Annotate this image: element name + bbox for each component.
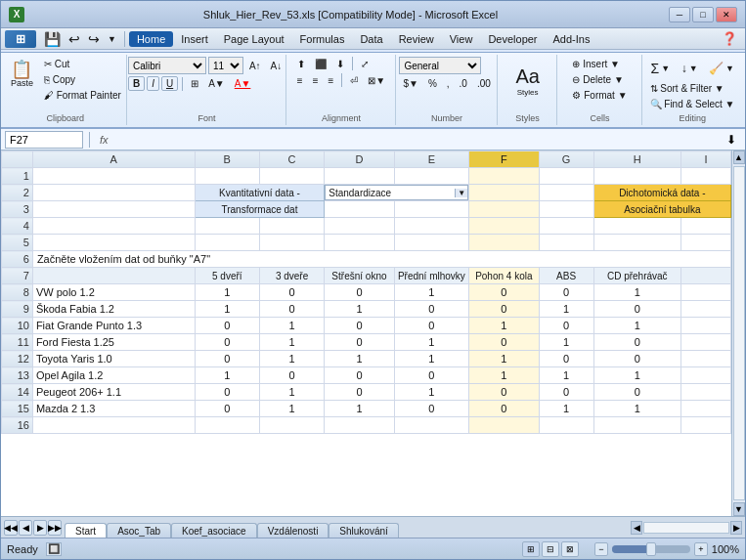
col-header-C[interactable]: C xyxy=(259,151,324,168)
cell-B10[interactable]: 0 xyxy=(195,318,259,334)
cell-D13[interactable]: 0 xyxy=(325,367,394,384)
h-scroll-thumb[interactable] xyxy=(643,522,729,534)
number-format-select[interactable]: General xyxy=(399,57,481,74)
cell-C11[interactable]: 1 xyxy=(259,334,324,351)
increase-decimal-button[interactable]: .0 xyxy=(456,76,471,91)
cell-A12[interactable]: Toyota Yaris 1.0 xyxy=(32,351,195,367)
copy-button[interactable]: ⎘ Copy xyxy=(40,72,125,87)
cell-C10[interactable]: 1 xyxy=(259,318,324,334)
cell-G11[interactable]: 1 xyxy=(539,334,593,351)
decrease-font-button[interactable]: A↓ xyxy=(267,59,286,73)
sheet-nav-next[interactable]: ▶ xyxy=(33,520,47,536)
cell-H4[interactable] xyxy=(593,218,680,235)
cell-F13[interactable]: 1 xyxy=(469,367,539,384)
cell-A11[interactable]: Ford Fiesta 1.25 xyxy=(32,334,195,351)
menu-home[interactable]: Home xyxy=(129,31,173,47)
bold-button[interactable]: B xyxy=(128,76,145,91)
cell-B7[interactable]: 5 dveří xyxy=(195,268,259,284)
cell-D10[interactable]: 0 xyxy=(325,318,394,334)
fill-button[interactable]: ↓▼ xyxy=(676,57,703,80)
zoom-out-button[interactable]: − xyxy=(594,542,608,556)
col-header-I[interactable]: I xyxy=(680,151,730,168)
cell-I15[interactable] xyxy=(680,401,730,417)
cell-E12[interactable]: 1 xyxy=(394,351,469,367)
cell-B4[interactable] xyxy=(195,218,259,235)
cell-G1[interactable] xyxy=(539,168,593,185)
cell-F7[interactable]: Pohon 4 kola xyxy=(469,268,539,284)
cell-G8[interactable]: 0 xyxy=(539,284,593,301)
cell-C8[interactable]: 0 xyxy=(259,284,324,301)
vertical-scrollbar[interactable]: ▲ ▼ xyxy=(731,151,745,516)
cell-D3[interactable] xyxy=(325,201,394,218)
font-family-select[interactable]: Calibri xyxy=(128,57,206,74)
cell-B13[interactable]: 1 xyxy=(195,367,259,384)
scroll-thumb[interactable] xyxy=(733,166,745,500)
name-box[interactable]: F27 xyxy=(5,131,83,149)
cell-D2[interactable]: Standardizace ▼ xyxy=(325,185,469,201)
quick-save[interactable]: 💾 xyxy=(40,29,65,49)
cell-A6[interactable]: Začněte vložením dat od buňky "A7" xyxy=(32,251,730,268)
sheet-tab-koef-asociace[interactable]: Koef_asociace xyxy=(171,523,257,538)
cell-I5[interactable] xyxy=(680,235,730,251)
page-layout-view-button[interactable]: ⊟ xyxy=(542,541,559,557)
cell-F11[interactable]: 0 xyxy=(469,334,539,351)
cell-D12[interactable]: 1 xyxy=(325,351,394,367)
scroll-left-button[interactable]: ◀ xyxy=(631,521,642,535)
cell-C5[interactable] xyxy=(259,235,324,251)
merge-cells-button[interactable]: ⊠▼ xyxy=(364,73,389,88)
cell-G15[interactable]: 1 xyxy=(539,401,593,417)
cell-G10[interactable]: 0 xyxy=(539,318,593,334)
cell-F15[interactable]: 0 xyxy=(469,401,539,417)
cell-I13[interactable] xyxy=(680,367,730,384)
sheet-tab-vzdalenosti[interactable]: Vzdálenosti xyxy=(257,523,329,538)
col-header-H[interactable]: H xyxy=(593,151,680,168)
cell-C15[interactable]: 1 xyxy=(259,401,324,417)
cell-G14[interactable]: 0 xyxy=(539,384,593,401)
cell-A1[interactable] xyxy=(32,168,195,185)
cell-F1[interactable] xyxy=(469,168,539,185)
office-button[interactable]: ⊞ xyxy=(5,30,36,48)
cell-A5[interactable] xyxy=(32,235,195,251)
cell-H3[interactable]: Asociační tabulka xyxy=(593,201,730,218)
cell-H8[interactable]: 1 xyxy=(593,284,680,301)
align-bottom-button[interactable]: ⬇ xyxy=(332,57,348,71)
cell-I7[interactable] xyxy=(680,268,730,284)
styles-button[interactable]: Aa Styles xyxy=(504,57,552,106)
cell-C7[interactable]: 3 dveře xyxy=(259,268,324,284)
customize-quick-access[interactable]: ▼ xyxy=(104,32,120,46)
cell-E15[interactable]: 0 xyxy=(394,401,469,417)
cell-G2[interactable] xyxy=(539,185,593,201)
cell-D14[interactable]: 0 xyxy=(325,384,394,401)
cell-B14[interactable]: 0 xyxy=(195,384,259,401)
increase-font-button[interactable]: A↑ xyxy=(245,59,265,73)
cell-D9[interactable]: 1 xyxy=(325,301,394,318)
font-color-button[interactable]: A▼ xyxy=(231,76,255,91)
cell-E7[interactable]: Přední mlhovky xyxy=(394,268,469,284)
cell-B16[interactable] xyxy=(195,417,259,434)
cut-button[interactable]: ✂ Cut xyxy=(40,57,125,71)
cell-E14[interactable]: 1 xyxy=(394,384,469,401)
cell-I16[interactable] xyxy=(680,417,730,434)
cell-A10[interactable]: Fiat Grande Punto 1.3 xyxy=(32,318,195,334)
align-right-button[interactable]: ≡ xyxy=(324,73,337,88)
col-header-D[interactable]: D xyxy=(325,151,394,168)
horizontal-scrollbar[interactable]: ◀ ▶ xyxy=(628,519,745,537)
cell-C12[interactable]: 1 xyxy=(259,351,324,367)
col-header-B[interactable]: B xyxy=(195,151,259,168)
cell-F16[interactable] xyxy=(469,417,539,434)
help-icon[interactable]: ❓ xyxy=(722,31,737,46)
zoom-handle[interactable] xyxy=(646,542,656,556)
cell-B11[interactable]: 0 xyxy=(195,334,259,351)
cell-G4[interactable] xyxy=(539,218,593,235)
cell-H12[interactable]: 0 xyxy=(593,351,680,367)
cell-G12[interactable]: 0 xyxy=(539,351,593,367)
cell-D1[interactable] xyxy=(325,168,394,185)
cell-A14[interactable]: Peugeot 206+ 1.1 xyxy=(32,384,195,401)
cell-E5[interactable] xyxy=(394,235,469,251)
cell-I1[interactable] xyxy=(680,168,730,185)
wrap-text-button[interactable]: ⏎ xyxy=(346,73,362,88)
find-select-button[interactable]: 🔍 Find & Select ▼ xyxy=(646,97,739,111)
cell-H10[interactable]: 1 xyxy=(593,318,680,334)
menu-review[interactable]: Review xyxy=(391,31,442,47)
cell-B12[interactable]: 0 xyxy=(195,351,259,367)
